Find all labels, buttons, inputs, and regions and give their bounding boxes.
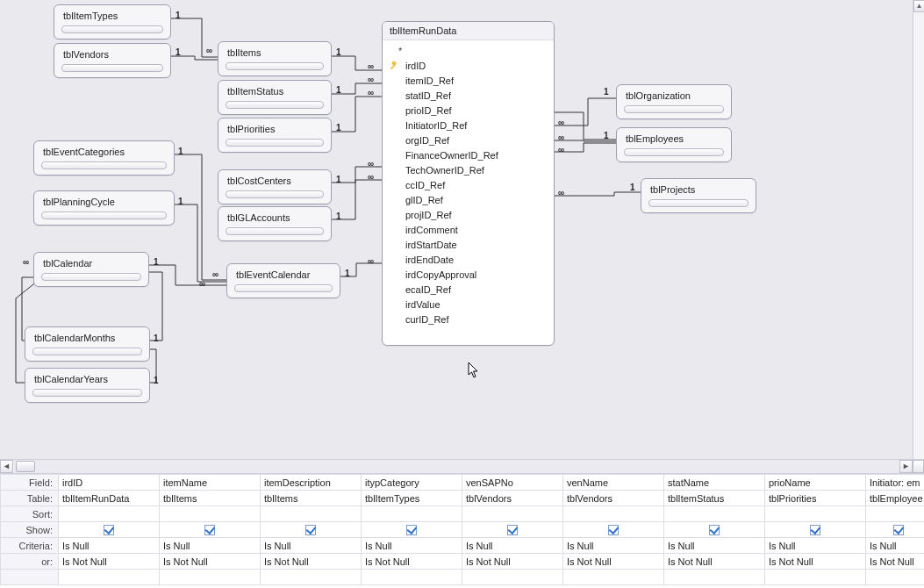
show-checkbox[interactable] [709, 525, 720, 535]
grid-cell[interactable]: itypCategory [362, 475, 462, 491]
scroll-left-button[interactable]: ◄ [0, 460, 13, 473]
grid-cell[interactable] [160, 506, 261, 522]
field-row[interactable]: ecaID_Ref [383, 283, 554, 298]
show-checkbox[interactable] [305, 525, 316, 535]
grid-cell[interactable]: Is Null [462, 538, 563, 554]
grid-cell[interactable] [866, 522, 925, 538]
grid-cell[interactable]: venName [563, 475, 664, 491]
grid-cell[interactable] [866, 506, 925, 522]
table-tblCalendarMonths[interactable]: tblCalendarMonths [25, 326, 150, 362]
field-row[interactable]: irdCopyApproval [383, 268, 554, 283]
grid-cell[interactable] [261, 570, 362, 585]
grid-cell[interactable] [462, 522, 563, 538]
grid-cell[interactable]: Is Not Null [765, 554, 866, 570]
table-tblCostCenters[interactable]: tblCostCenters [218, 169, 332, 204]
vertical-scrollbar[interactable]: ▲ [913, 0, 924, 459]
grid-cell[interactable] [160, 570, 261, 585]
grid-cell[interactable]: Is Null [765, 538, 866, 554]
grid-cell[interactable]: Is Not Null [462, 554, 563, 570]
grid-cell[interactable]: tblPriorities [765, 491, 866, 506]
table-tblGLAccounts[interactable]: tblGLAccounts [218, 206, 332, 241]
grid-cell[interactable]: Initiator: em [866, 475, 925, 491]
show-checkbox[interactable] [406, 525, 417, 535]
grid-cell[interactable]: tblEmployee [866, 491, 925, 506]
grid-cell[interactable]: venSAPNo [462, 475, 563, 491]
grid-cell[interactable]: itemName [160, 475, 261, 491]
grid-cell[interactable] [59, 522, 160, 538]
grid-cell[interactable]: Is Not Null [563, 554, 664, 570]
field-row[interactable]: prioID_Ref [383, 104, 554, 118]
grid-cell[interactable]: itemDescription [261, 475, 362, 491]
grid-cell[interactable] [160, 522, 261, 538]
grid-cell[interactable]: Is Null [362, 538, 462, 554]
field-row[interactable]: * [383, 44, 554, 59]
grid-cell[interactable]: Is Null [563, 538, 664, 554]
grid-cell[interactable]: Is Not Null [160, 554, 261, 570]
grid-cell[interactable] [765, 570, 866, 585]
scroll-thumb[interactable] [16, 461, 35, 472]
table-tblPlanningCycle[interactable]: tblPlanningCycle [33, 190, 175, 226]
grid-cell[interactable] [59, 570, 160, 585]
show-checkbox[interactable] [608, 525, 619, 535]
grid-cell[interactable] [462, 570, 563, 585]
grid-cell[interactable]: Is Null [59, 538, 160, 554]
grid-cell[interactable]: Is Not Null [866, 554, 925, 570]
grid-cell[interactable]: irdID [59, 475, 160, 491]
grid-cell[interactable] [462, 506, 563, 522]
field-row[interactable]: itemID_Ref [383, 74, 554, 89]
grid-cell[interactable]: Is Null [866, 538, 925, 554]
table-tblItemRunData[interactable]: tblItemRunData *irdIDitemID_RefstatID_Re… [382, 21, 555, 346]
grid-cell[interactable] [765, 506, 866, 522]
grid-cell[interactable] [362, 506, 462, 522]
table-tblEmployees[interactable]: tblEmployees [616, 127, 732, 162]
grid-cell[interactable] [362, 522, 462, 538]
grid-cell[interactable]: tblItemRunData [59, 491, 160, 506]
table-tblOrganization[interactable]: tblOrganization [616, 84, 732, 119]
grid-cell[interactable]: statName [664, 475, 765, 491]
scroll-up-button[interactable]: ▲ [913, 0, 924, 12]
scroll-track[interactable] [14, 460, 899, 473]
field-row[interactable]: irdStartDate [383, 238, 554, 253]
show-checkbox[interactable] [810, 525, 820, 535]
show-checkbox[interactable] [204, 525, 215, 535]
grid-cell[interactable] [563, 506, 664, 522]
diagram-pane[interactable]: tblItemTypes tblVendors tblItems tblItem… [0, 0, 924, 459]
field-row[interactable]: statID_Ref [383, 89, 554, 104]
grid-cell[interactable] [261, 506, 362, 522]
grid-cell[interactable]: tblItems [261, 491, 362, 506]
table-tblCalendarYears[interactable]: tblCalendarYears [25, 368, 150, 403]
grid-cell[interactable]: Is Null [664, 538, 765, 554]
table-tblPriorities[interactable]: tblPriorities [218, 118, 332, 153]
grid-cell[interactable]: Is Null [261, 538, 362, 554]
field-row[interactable]: glID_Ref [383, 193, 554, 208]
field-row[interactable]: projID_Ref [383, 208, 554, 223]
grid-cell[interactable]: Is Not Null [362, 554, 462, 570]
grid-cell[interactable] [664, 570, 765, 585]
scroll-right-button[interactable]: ► [899, 460, 913, 473]
field-row[interactable]: curID_Ref [383, 312, 554, 327]
field-row-pk[interactable]: irdID [383, 59, 554, 74]
grid-cell[interactable]: tblItems [160, 491, 261, 506]
grid-cell[interactable] [765, 522, 866, 538]
grid-cell[interactable] [664, 522, 765, 538]
table-tblItems[interactable]: tblItems [218, 41, 332, 76]
grid-cell[interactable] [563, 570, 664, 585]
grid-cell[interactable] [664, 506, 765, 522]
grid-cell[interactable]: Is Not Null [261, 554, 362, 570]
grid-cell[interactable]: tblItemTypes [362, 491, 462, 506]
field-row[interactable]: ccID_Ref [383, 178, 554, 193]
field-row[interactable]: TechOwnerID_Ref [383, 163, 554, 178]
grid-cell[interactable] [362, 570, 462, 585]
grid-cell[interactable]: tblItemStatus [664, 491, 765, 506]
table-tblVendors[interactable]: tblVendors [54, 43, 171, 78]
show-checkbox[interactable] [507, 525, 518, 535]
field-row[interactable]: InitiatorID_Ref [383, 118, 554, 133]
field-row[interactable]: irdEndDate [383, 253, 554, 268]
field-row[interactable]: FinanceOwnerID_Ref [383, 148, 554, 163]
field-row[interactable]: irdValue [383, 298, 554, 312]
horizontal-scrollbar[interactable]: ◄ ► [0, 459, 924, 474]
grid-cell[interactable] [261, 522, 362, 538]
show-checkbox[interactable] [893, 525, 904, 535]
table-tblItemStatus[interactable]: tblItemStatus [218, 80, 332, 115]
grid-cell[interactable]: tblVendors [563, 491, 664, 506]
